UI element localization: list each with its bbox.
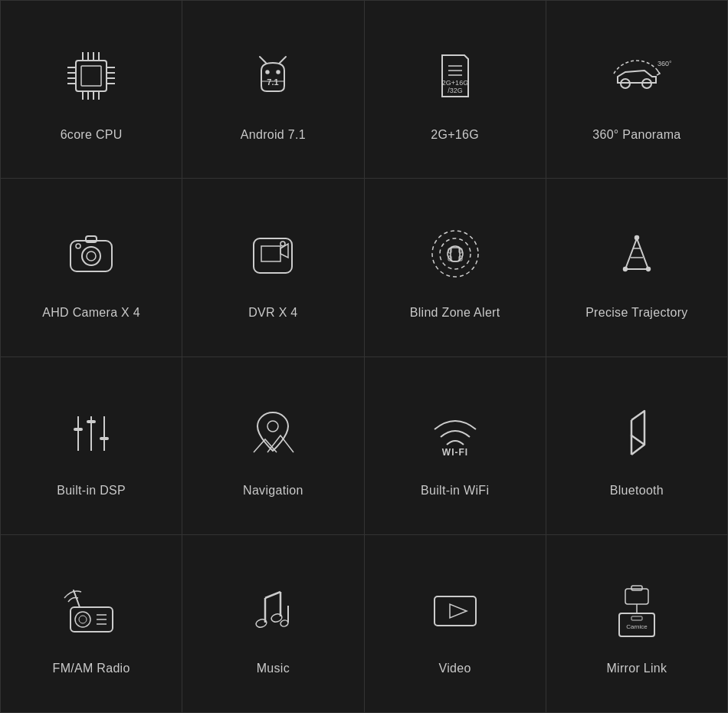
svg-point-19 xyxy=(277,71,280,74)
svg-text:2G+16G: 2G+16G xyxy=(441,79,467,87)
mirror-link-label: Mirror Link xyxy=(606,662,667,675)
cell-music: Music xyxy=(182,535,364,713)
cell-builtin-wifi: WI-FI Built-in WiFi xyxy=(365,357,546,535)
svg-point-50 xyxy=(623,267,627,271)
android-71-label: Android 7.1 xyxy=(241,128,306,142)
cell-360-panorama: 360° 360° Panorama xyxy=(546,1,728,179)
svg-rect-32 xyxy=(71,241,112,271)
bluetooth-label: Bluetooth xyxy=(610,484,664,498)
builtin-dsp-label: Built-in DSP xyxy=(57,484,126,498)
cell-video: Video xyxy=(365,535,546,713)
cell-2g-16g: 2G+16G /32G 2G+16G xyxy=(365,1,546,179)
bluetooth-icon xyxy=(598,393,675,470)
svg-rect-53 xyxy=(74,428,83,431)
sim-icon: 2G+16G /32G xyxy=(417,38,494,114)
svg-point-40 xyxy=(440,238,471,269)
camera-icon xyxy=(53,215,130,292)
navigation-icon xyxy=(234,393,311,470)
svg-line-72 xyxy=(265,592,280,598)
svg-text:/32G: /32G xyxy=(448,87,463,94)
mirrorlink-icon: Carnice xyxy=(598,571,675,648)
svg-rect-78 xyxy=(631,586,642,590)
video-label: Video xyxy=(439,662,471,675)
svg-point-49 xyxy=(635,235,638,239)
360-panorama-label: 360° Panorama xyxy=(592,128,680,142)
svg-line-20 xyxy=(260,57,266,63)
svg-text:360°: 360° xyxy=(657,60,671,67)
android-icon: 7.1 xyxy=(234,38,311,114)
wifi-icon: WI-FI xyxy=(417,393,494,470)
svg-rect-82 xyxy=(631,616,642,620)
video-icon xyxy=(417,571,494,648)
cell-android-71: 7.1 Android 7.1 xyxy=(182,1,364,179)
svg-line-64 xyxy=(74,590,80,607)
precise-traj-label: Precise Trajectory xyxy=(585,306,687,320)
svg-text:WI-FI: WI-FI xyxy=(441,447,467,458)
music-label: Music xyxy=(257,662,290,675)
cell-6core-cpu: 6core CPU xyxy=(1,1,182,179)
dvr-x4-label: DVR X 4 xyxy=(248,306,297,320)
svg-rect-37 xyxy=(254,238,292,273)
fm-am-radio-label: FM/AM Radio xyxy=(53,662,130,675)
cell-ahd-camera: AHD Camera X 4 xyxy=(1,179,182,356)
cell-navigation: Navigation xyxy=(182,357,364,535)
svg-rect-75 xyxy=(435,596,476,626)
svg-point-33 xyxy=(82,247,100,265)
trajectory-icon xyxy=(598,215,675,292)
builtin-wifi-label: Built-in WiFi xyxy=(421,484,489,498)
svg-point-34 xyxy=(87,251,96,261)
blindzone-icon xyxy=(417,215,494,292)
radio-icon xyxy=(53,571,130,648)
svg-point-18 xyxy=(266,71,269,74)
svg-point-74 xyxy=(280,619,290,627)
svg-rect-77 xyxy=(625,589,648,604)
dsp-icon xyxy=(53,393,130,470)
svg-point-39 xyxy=(432,231,478,277)
panorama-icon: 360° xyxy=(598,38,675,114)
feature-grid: 6core CPU 7.1 Android 7.1 xyxy=(0,0,728,713)
cell-mirror-link: Carnice Mirror Link xyxy=(546,535,728,713)
svg-point-62 xyxy=(75,612,90,627)
cell-fm-am-radio: FM/AM Radio xyxy=(1,535,182,713)
svg-rect-57 xyxy=(100,437,109,440)
cpu-icon xyxy=(53,38,130,114)
svg-rect-42 xyxy=(451,248,460,261)
svg-text:7.1: 7.1 xyxy=(267,77,279,87)
ahd-camera-label: AHD Camera X 4 xyxy=(42,306,140,320)
svg-rect-1 xyxy=(81,66,101,86)
svg-point-38 xyxy=(280,242,285,246)
cell-precise-traj: Precise Trajectory xyxy=(546,179,728,356)
dvr-icon xyxy=(234,215,311,292)
svg-text:Carnice: Carnice xyxy=(626,623,648,630)
svg-line-21 xyxy=(280,57,286,63)
svg-point-35 xyxy=(76,244,80,248)
svg-marker-76 xyxy=(450,604,467,618)
cell-bluetooth: Bluetooth xyxy=(546,357,728,535)
svg-point-58 xyxy=(267,421,278,432)
6core-cpu-label: 6core CPU xyxy=(61,128,123,142)
cell-blind-zone: Blind Zone Alert xyxy=(365,179,546,356)
navigation-label: Navigation xyxy=(243,484,303,498)
svg-point-51 xyxy=(646,267,650,271)
2g-16g-label: 2G+16G xyxy=(431,128,479,142)
cell-builtin-dsp: Built-in DSP xyxy=(1,357,182,535)
blind-zone-label: Blind Zone Alert xyxy=(410,306,500,320)
svg-rect-55 xyxy=(87,420,96,423)
svg-rect-0 xyxy=(76,61,107,91)
svg-point-63 xyxy=(79,616,87,623)
cell-dvr-x4: DVR X 4 xyxy=(182,179,364,356)
music-icon xyxy=(234,571,311,648)
